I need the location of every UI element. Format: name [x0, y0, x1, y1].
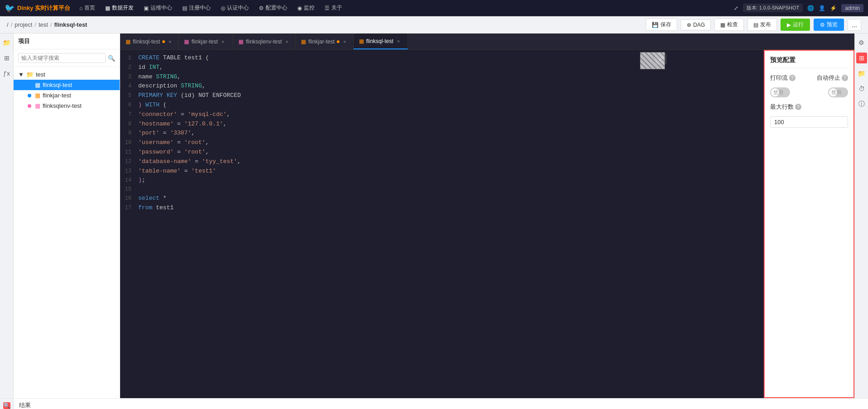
settings-icon: ⚡ — [830, 5, 837, 11]
tree-item-flinkjar-test[interactable]: ▦ flinkjar-test — [14, 90, 120, 101]
run-button[interactable]: ▶ 运行 — [781, 19, 810, 31]
breadcrumb-project[interactable]: project — [15, 21, 32, 28]
left-icon-project[interactable]: 📁 — [1, 37, 12, 48]
code-line-8: 8 'hostname' = '127.0.0.1', — [120, 120, 764, 129]
breadcrumb-test[interactable]: test — [39, 21, 48, 28]
editor-area: ▦ flinksql-test × ▦ flinkjar-test × ▦ fl… — [120, 34, 854, 398]
nav-about[interactable]: ☰ 关于 — [320, 2, 347, 14]
right-icon-settings[interactable]: ⚙ — [856, 37, 867, 48]
left-icon-grid[interactable]: ⊞ — [1, 53, 12, 63]
tree-file-label-flinksqlenv: flinksqlenv-test — [43, 102, 82, 109]
admin-badge[interactable]: admin — [841, 4, 863, 12]
file-sql-icon: ▦ — [35, 82, 40, 88]
version-badge: 版本: 1.0.0-SNAPSHOT — [743, 4, 803, 12]
tab-icon-0: ▦ — [126, 38, 131, 45]
publish-button[interactable]: ▤ 发布 — [747, 19, 777, 31]
home-icon: ⌂ — [79, 5, 82, 11]
bottom-icon-search[interactable]: 🔍 — [3, 402, 10, 409]
tab-modified-dot-3 — [337, 40, 339, 43]
file-dot-pink — [28, 104, 31, 108]
max-rows-info-icon[interactable]: ? — [795, 104, 801, 110]
nav-data-dev[interactable]: ▦ 数据开发 — [101, 2, 138, 14]
code-line-1: 1 CREATE TABLE test1 ( — [120, 53, 764, 63]
result-title: 结果 — [19, 401, 31, 409]
print-stream-info-icon[interactable]: ? — [789, 75, 795, 81]
print-stream-slider: 禁用 — [770, 87, 790, 97]
left-icon-bar: 📁 ⊞ ƒx — [0, 34, 14, 398]
tab-close-0[interactable]: × — [167, 38, 173, 45]
right-icon-folder[interactable]: 📁 — [856, 68, 867, 79]
nav-items: ⌂ 首页 ▦ 数据开发 ▣ 运维中心 ▤ 注册中心 ◎ 认证中心 ⚙ 配置中心 … — [75, 2, 734, 14]
code-editor[interactable]: 1 CREATE TABLE test1 ( 2 id INT, 3 name … — [120, 50, 764, 398]
tab-close-1[interactable]: × — [220, 38, 225, 45]
admin-label: admin — [845, 5, 860, 11]
toolbar-actions: 💾 保存 ⊕ DAG ▦ 检查 ▤ 发布 ▶ 运行 ⚙ 预览 ... — [646, 19, 861, 31]
nav-config-center[interactable]: ⚙ 配置中心 — [254, 2, 292, 14]
tab-flinksql-test-active[interactable]: ▦ flinksql-test × — [354, 34, 408, 49]
tab-flinkjar-test-2[interactable]: ▦ flinkjar-test × — [296, 34, 353, 49]
tree-item-flinksqlenv-test[interactable]: ▦ flinksqlenv-test — [14, 101, 120, 111]
tab-close-4[interactable]: × — [396, 38, 401, 44]
check-icon: ▦ — [720, 22, 725, 28]
code-line-3: 3 name STRING, — [120, 72, 764, 82]
nav-home[interactable]: ⌂ 首页 — [75, 2, 100, 14]
breadcrumb-sep2: / — [34, 21, 36, 28]
right-icon-info[interactable]: ⓘ — [856, 99, 867, 110]
code-line-9: 9 'port' = '3307', — [120, 129, 764, 138]
tab-flinkjar-test-1[interactable]: ▦ flinkjar-test × — [179, 34, 233, 49]
tree-item-folder-test[interactable]: ▼ 📁 test — [14, 69, 120, 80]
tab-modified-dot-0 — [162, 40, 165, 43]
code-line-16: 16 select * — [120, 194, 764, 203]
breadcrumb: / / project / test / flinksql-test — [7, 21, 644, 28]
auto-stop-info-icon[interactable]: ? — [842, 75, 848, 81]
tab-close-3[interactable]: × — [342, 38, 347, 45]
print-stream-toggle[interactable]: 禁用 — [770, 87, 790, 97]
breadcrumb-home[interactable]: / — [7, 21, 9, 28]
code-area[interactable]: 1 CREATE TABLE test1 ( 2 id INT, 3 name … — [120, 50, 764, 398]
logo-bird-icon: 🐦 — [5, 3, 15, 13]
code-line-7: 7 'connector' = 'mysql-cdc', — [120, 110, 764, 120]
tree-folder-label: test — [36, 71, 45, 78]
check-button[interactable]: ▦ 检查 — [714, 19, 744, 31]
code-line-2: 2 id INT, — [120, 63, 764, 72]
tab-flinksql-test-1[interactable]: ▦ flinksql-test × — [120, 34, 179, 49]
code-line-10: 10 'username' = 'root', — [120, 138, 764, 148]
more-button[interactable]: ... — [848, 19, 861, 31]
tab-label-3: flinkjar-test — [308, 38, 335, 45]
tab-close-2[interactable]: × — [284, 38, 290, 45]
tree-item-flinksql-test[interactable]: ▦ flinksql-test — [14, 80, 120, 90]
right-icon-history[interactable]: ⏱ — [856, 83, 867, 94]
preview-thumbnail — [640, 52, 665, 69]
tab-label-2: flinksqlenv-test — [246, 38, 281, 45]
code-line-4: 4 description STRING, — [120, 82, 764, 91]
preview-button[interactable]: ⚙ 预览 — [814, 19, 844, 31]
dag-icon: ⊕ — [687, 22, 691, 28]
max-rows-input[interactable] — [770, 116, 848, 128]
search-input[interactable] — [18, 53, 106, 63]
nav-register-center[interactable]: ▤ 注册中心 — [178, 2, 215, 14]
auto-stop-toggle[interactable]: 禁用 — [828, 87, 848, 97]
nav-ops-center[interactable]: ▣ 运维中心 — [139, 2, 177, 14]
nav-monitor[interactable]: ◉ 监控 — [293, 2, 319, 14]
save-button[interactable]: 💾 保存 — [646, 19, 677, 31]
preview-config-panel: 预览配置 打印流 ? 自动停止 ? — [764, 50, 854, 398]
app-logo[interactable]: 🐦 Dinky 实时计算平台 — [5, 3, 70, 13]
result-header: 结果 — [14, 399, 868, 409]
dag-button[interactable]: ⊕ DAG — [681, 19, 711, 30]
file-jar-icon: ▦ — [35, 92, 40, 99]
left-icon-formula[interactable]: ƒx — [1, 68, 12, 79]
right-icon-grid[interactable]: ⊞ — [856, 53, 867, 63]
search-icon[interactable]: 🔍 — [108, 55, 115, 62]
nav-expand-icon: ⤢ — [734, 5, 738, 11]
file-dot-blue-2 — [28, 94, 31, 97]
breadcrumb-current: flinksql-test — [54, 21, 87, 28]
bottom-section: 🔍 ⊕ ⏱ ▦ ✏ 结果 暂无数据 — [0, 398, 868, 409]
tab-flinksqlenv-test[interactable]: ▦ flinksqlenv-test × — [233, 34, 296, 49]
code-line-13: 13 'table-name' = 'test1' — [120, 167, 764, 176]
nav-auth-center[interactable]: ◎ 认证中心 — [216, 2, 253, 14]
save-icon: 💾 — [652, 22, 659, 28]
sidebar-search-area: 🔍 — [14, 49, 120, 67]
tab-icon-1: ▦ — [184, 38, 189, 45]
code-line-11: 11 'password' = 'root', — [120, 148, 764, 157]
globe-icon[interactable]: 🌐 — [807, 5, 814, 11]
